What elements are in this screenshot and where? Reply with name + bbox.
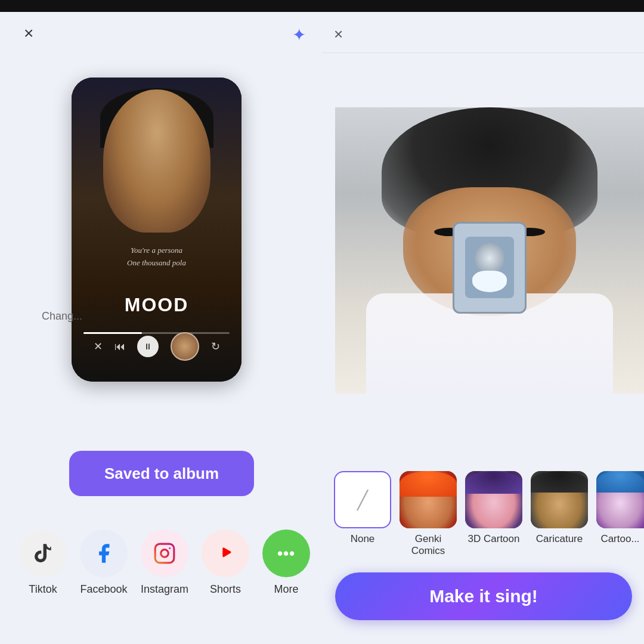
more-label: More <box>274 583 299 596</box>
style-none-label: None <box>351 533 375 545</box>
phone-preview: You're a persona One thousand pola MOOD … <box>72 78 242 382</box>
more-icon: ••• <box>262 530 310 577</box>
playback-controls: ✕ ⏮ ⏸ ↻ <box>72 332 242 361</box>
mood-text: MOOD <box>125 294 189 316</box>
tiktok-icon <box>19 530 67 577</box>
shorts-icon <box>202 530 249 577</box>
facebook-label: Facebook <box>80 583 127 596</box>
style-cartoon[interactable]: Cartoo... <box>596 471 644 545</box>
shorts-label: Shorts <box>210 583 241 596</box>
style-3d[interactable]: 3D Cartoon <box>465 471 522 545</box>
lyrics-text: You're a persona One thousand pola <box>83 244 230 270</box>
style-cartoon-label: Cartoo... <box>600 533 639 545</box>
divider <box>322 52 644 53</box>
make-it-sing-button[interactable]: Make it sing! <box>335 572 632 620</box>
saved-to-album-button[interactable]: Saved to album <box>69 451 254 496</box>
sparkle-icon: ✦ <box>292 25 306 45</box>
prev-icon[interactable]: ⏮ <box>114 340 125 353</box>
style-3d-thumb <box>465 471 522 528</box>
close-left-button[interactable]: × <box>24 24 33 43</box>
close-right-button[interactable]: × <box>334 25 343 44</box>
instagram-label: Instagram <box>141 583 188 596</box>
style-caricature-thumb <box>531 471 588 528</box>
share-facebook[interactable]: Facebook <box>80 530 128 596</box>
instagram-icon <box>141 530 188 577</box>
share-row: Tiktok Facebook <box>19 530 310 596</box>
close-icon[interactable]: ✕ <box>94 340 103 353</box>
style-caricature[interactable]: Caricature <box>531 471 588 545</box>
style-genki-label: Genki Comics <box>400 533 457 557</box>
share-more[interactable]: ••• More <box>262 530 310 596</box>
style-none-thumb: ╱ <box>334 471 391 528</box>
facebook-icon <box>80 530 128 577</box>
style-3d-label: 3D Cartoon <box>468 533 520 545</box>
style-cartoon-thumb <box>596 471 644 528</box>
status-bar <box>0 0 644 12</box>
style-caricature-label: Caricature <box>536 533 583 545</box>
refresh-icon[interactable]: ↻ <box>211 340 220 353</box>
share-instagram[interactable]: Instagram <box>141 530 188 596</box>
subject-photo <box>335 107 644 394</box>
tiktok-label: Tiktok <box>29 583 57 596</box>
change-label[interactable]: Chang... <box>42 310 82 323</box>
svg-point-2 <box>169 547 171 549</box>
style-selector: ╱ None Genki Comics 3D Cartoon Caricatur… <box>334 471 644 557</box>
svg-rect-0 <box>155 544 174 563</box>
style-genki[interactable]: Genki Comics <box>400 471 457 557</box>
style-genki-thumb <box>400 471 457 528</box>
pause-button[interactable]: ⏸ <box>137 336 159 357</box>
svg-point-1 <box>161 550 169 558</box>
share-shorts[interactable]: Shorts <box>202 530 249 596</box>
style-none[interactable]: ╱ None <box>334 471 391 545</box>
avatar <box>171 332 199 361</box>
share-tiktok[interactable]: Tiktok <box>19 530 67 596</box>
